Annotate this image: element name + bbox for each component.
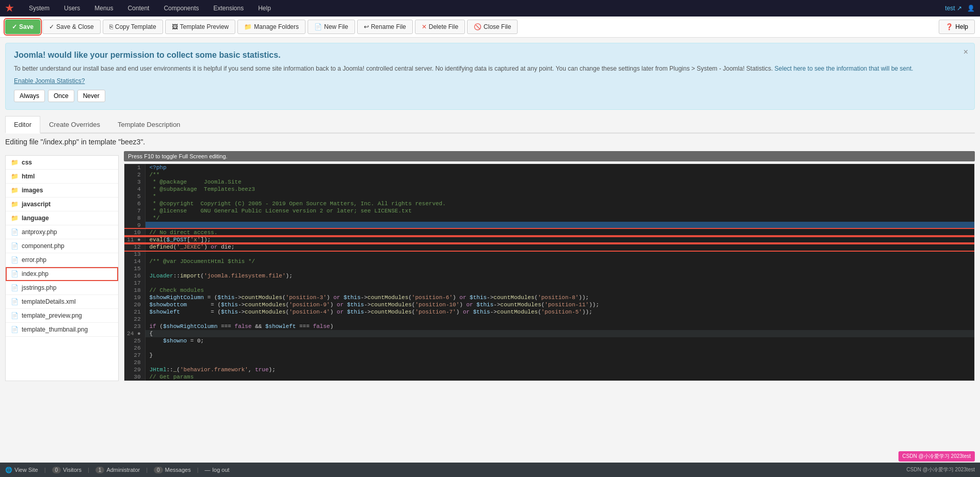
close-file-button[interactable]: 🚫 Close File bbox=[467, 20, 518, 34]
line-code-8: */ bbox=[145, 215, 974, 222]
tab-create-overrides[interactable]: Create Overrides bbox=[40, 116, 109, 134]
code-line-12: 12 defined('_JEXEC') or die; bbox=[124, 243, 974, 251]
file-antproxy[interactable]: 📄 antproxy.php bbox=[6, 225, 118, 239]
folder-javascript[interactable]: 📁 javascript bbox=[6, 198, 118, 211]
help-button[interactable]: ❓ Help bbox=[939, 20, 975, 34]
line-num-21: 21 bbox=[124, 308, 145, 316]
file-icon-error: 📄 bbox=[11, 256, 19, 264]
always-button[interactable]: Always bbox=[14, 90, 45, 102]
check-icon: ✓ bbox=[12, 23, 17, 30]
close-banner-button[interactable]: × bbox=[963, 47, 968, 57]
code-line-1: 1 <?php bbox=[124, 164, 974, 171]
code-line-23: 23 if ($showRightColumn === false && $sh… bbox=[124, 323, 974, 330]
file-icon-antproxy: 📄 bbox=[11, 228, 19, 236]
line-num-24: 24 ● bbox=[124, 330, 145, 337]
new-file-button[interactable]: 📄 New File bbox=[308, 20, 355, 34]
nav-system[interactable]: System bbox=[26, 3, 53, 14]
line-num-10: 10 bbox=[124, 229, 145, 236]
file-component[interactable]: 📄 component.php bbox=[6, 239, 118, 253]
file-template-preview[interactable]: 📄 template_preview.png bbox=[6, 309, 118, 323]
line-num-16: 16 bbox=[124, 272, 145, 279]
preview-icon: 🖼 bbox=[172, 23, 178, 30]
line-code-30: // Get params bbox=[145, 373, 974, 381]
template-preview-button[interactable]: 🖼 Template Preview bbox=[165, 20, 236, 34]
code-line-9: 9 bbox=[124, 222, 974, 229]
save-button[interactable]: ✓ Save bbox=[5, 20, 40, 34]
line-num-26: 26 bbox=[124, 344, 145, 352]
manage-folders-button[interactable]: 📁 Manage Folders bbox=[237, 20, 306, 34]
nav-extensions[interactable]: Extensions bbox=[210, 3, 247, 14]
tab-template-description[interactable]: Template Description bbox=[109, 116, 189, 134]
line-code-10: // No direct access. bbox=[145, 229, 974, 236]
code-line-30: 30 // Get params bbox=[124, 373, 974, 381]
line-code-3: * @package Joomla.Site bbox=[145, 178, 974, 186]
code-line-25: 25 $showno = 0; bbox=[124, 337, 974, 344]
nav-content[interactable]: Content bbox=[124, 3, 152, 14]
line-num-3: 3 bbox=[124, 178, 145, 186]
code-line-8: 8 */ bbox=[124, 215, 974, 222]
save-close-button[interactable]: ✓ Save & Close bbox=[42, 20, 101, 34]
line-num-28: 28 bbox=[124, 359, 145, 366]
line-code-29: JHtml::_('behavior.framework', true); bbox=[145, 366, 974, 373]
folder-language[interactable]: 📁 language bbox=[6, 211, 118, 225]
line-code-9 bbox=[145, 222, 974, 229]
line-num-27: 27 bbox=[124, 352, 145, 359]
folder-css[interactable]: 📁 css bbox=[6, 156, 118, 170]
code-line-13: 13 bbox=[124, 251, 974, 258]
delete-file-button[interactable]: ✕ Delete File bbox=[415, 20, 465, 34]
rename-file-button[interactable]: ↩ Rename File bbox=[357, 20, 413, 34]
nav-menus[interactable]: Menus bbox=[91, 3, 116, 14]
line-code-1: <?php bbox=[145, 164, 974, 171]
banner-link[interactable]: Select here to see the information that … bbox=[775, 65, 913, 72]
line-code-4: * @subpackage Templates.beez3 bbox=[145, 186, 974, 193]
nav-help[interactable]: Help bbox=[255, 3, 274, 14]
line-code-27: } bbox=[145, 352, 974, 359]
folder-images[interactable]: 📁 images bbox=[6, 184, 118, 198]
file-icon-template-preview: 📄 bbox=[11, 312, 19, 319]
code-line-3: 3 * @package Joomla.Site bbox=[124, 178, 974, 186]
file-templatedetails[interactable]: 📄 templateDetails.xml bbox=[6, 295, 118, 309]
line-code-16: JLoader::import('joomla.filesystem.file'… bbox=[145, 272, 974, 279]
line-num-2: 2 bbox=[124, 171, 145, 178]
user-link[interactable]: test ↗ bbox=[945, 5, 962, 12]
file-icon-component: 📄 bbox=[11, 242, 19, 250]
code-line-14: 14 /** @var JDocumentHtml $this */ bbox=[124, 258, 974, 265]
file-jsstrings[interactable]: 📄 jsstrings.php bbox=[6, 281, 118, 295]
folder-html[interactable]: 📁 html bbox=[6, 170, 118, 184]
once-button[interactable]: Once bbox=[48, 90, 74, 102]
code-line-2: 2 /** bbox=[124, 171, 974, 178]
line-code-26 bbox=[145, 344, 974, 352]
code-line-4: 4 * @subpackage Templates.beez3 bbox=[124, 186, 974, 193]
line-code-19: $showRightColumn = ($this->countModules(… bbox=[145, 294, 974, 301]
copy-template-button[interactable]: ⎘ Copy Template bbox=[103, 20, 163, 34]
line-code-14: /** @var JDocumentHtml $this */ bbox=[145, 258, 974, 265]
line-num-1: 1 bbox=[124, 164, 145, 171]
file-template-thumbnail[interactable]: 📄 template_thumbnail.png bbox=[6, 323, 118, 337]
code-line-15: 15 bbox=[124, 265, 974, 272]
line-code-20: $showbottom = ($this->countModules('posi… bbox=[145, 301, 974, 308]
code-table: 1 <?php 2 /** 3 * @package Joomla.Site bbox=[124, 164, 974, 381]
line-code-6: * @copyright Copyright (C) 2005 - 2019 O… bbox=[145, 200, 974, 207]
line-num-6: 6 bbox=[124, 200, 145, 207]
code-area[interactable]: 1 <?php 2 /** 3 * @package Joomla.Site bbox=[124, 163, 975, 381]
line-num-20: 20 bbox=[124, 301, 145, 308]
tab-editor[interactable]: Editor bbox=[5, 116, 40, 134]
code-line-7: 7 * @license GNU General Public License … bbox=[124, 207, 974, 215]
enable-statistics-link[interactable]: Enable Joomla Statistics? bbox=[14, 77, 966, 85]
close-icon: 🚫 bbox=[474, 23, 481, 30]
code-line-17: 17 bbox=[124, 279, 974, 287]
file-index[interactable]: 📄 index.php bbox=[6, 267, 118, 281]
file-error[interactable]: 📄 error.php bbox=[6, 253, 118, 267]
line-code-5: * bbox=[145, 193, 974, 200]
top-navigation: ★ System Users Menus Content Components … bbox=[0, 0, 980, 17]
line-code-7: * @license GNU General Public License ve… bbox=[145, 207, 974, 215]
never-button[interactable]: Never bbox=[77, 90, 105, 102]
line-code-21: $showleft = ($this->countModules('positi… bbox=[145, 308, 974, 316]
file-icon-template-thumbnail: 📄 bbox=[11, 326, 19, 333]
nav-components[interactable]: Components bbox=[160, 3, 202, 14]
file-icon-index: 📄 bbox=[11, 270, 19, 277]
nav-users[interactable]: Users bbox=[61, 3, 83, 14]
line-code-2: /** bbox=[145, 171, 974, 178]
line-code-23: if ($showRightColumn === false && $showl… bbox=[145, 323, 974, 330]
code-line-27: 27 } bbox=[124, 352, 974, 359]
